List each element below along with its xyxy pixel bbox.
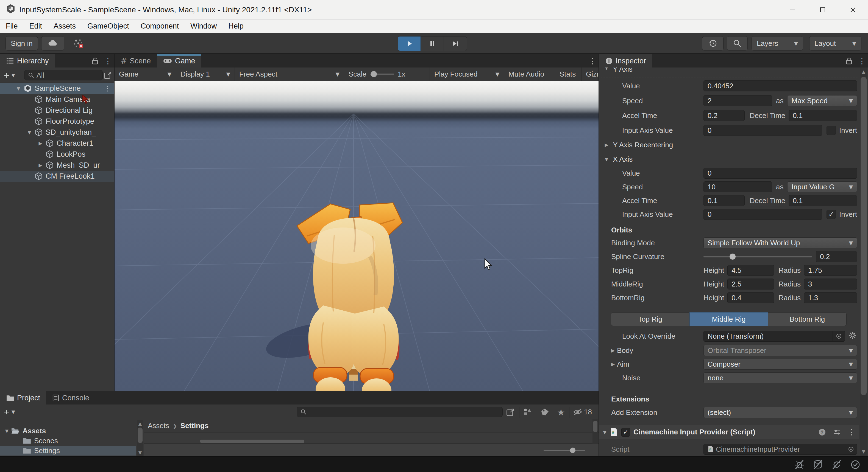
x-input-axis-field[interactable]: 0	[704, 209, 822, 220]
project-horizontal-scrollbar[interactable]	[200, 440, 304, 443]
help-icon[interactable]: ?	[818, 428, 826, 436]
bottomrig-height-field[interactable]: 0.4	[727, 292, 774, 303]
version-control-button[interactable]	[702, 36, 723, 50]
middlerig-radius-field[interactable]: 3	[804, 278, 857, 290]
foldout-caret-icon[interactable]: ▶	[36, 140, 45, 146]
body-dropdown[interactable]: Orbital Transposer ▼	[704, 345, 857, 356]
inspector-scrollbar[interactable]: ▲ ▼	[860, 68, 867, 456]
hierarchy-item-cm-freelook1[interactable]: CM FreeLook1	[0, 171, 114, 182]
tab-inspector[interactable]: Inspector	[599, 54, 652, 68]
foldout-caret-icon[interactable]: ▶	[611, 362, 615, 367]
tab-project[interactable]: Project	[0, 391, 46, 404]
scroll-down-icon[interactable]: ▼	[860, 449, 867, 454]
breadcrumb-current[interactable]: Settings	[181, 422, 209, 430]
x-speed-field[interactable]: 10	[704, 181, 772, 192]
tab-hierarchy[interactable]: Hierarchy	[0, 54, 55, 68]
kebab-icon[interactable]: ⋮	[104, 84, 111, 93]
open-search-window-icon[interactable]	[103, 70, 112, 82]
y-speed-mode-dropdown[interactable]: Max Speed ▼	[787, 95, 857, 106]
project-vertical-scrollbar[interactable]	[592, 419, 598, 444]
menu-assets[interactable]: Assets	[48, 20, 82, 33]
hierarchy-item-samplescene[interactable]: ▼SampleScene⋮	[0, 83, 114, 94]
play-focused-dropdown[interactable]: Play Focused ▼	[430, 68, 504, 81]
scroll-up-icon[interactable]: ▲	[860, 69, 867, 74]
layout-dropdown[interactable]: Layout ▼	[809, 36, 861, 50]
chevron-down-icon[interactable]: ▼	[11, 409, 15, 415]
presets-icon[interactable]	[833, 428, 841, 436]
hidden-count-toggle[interactable]: 18	[572, 407, 592, 416]
y-value-field[interactable]: 0.40452	[704, 80, 857, 91]
foldout-caret-icon[interactable]: ▶	[611, 348, 615, 353]
aspect-dropdown[interactable]: Free Aspect ▼	[235, 68, 344, 81]
menu-file[interactable]: File	[0, 20, 24, 33]
project-folder-settings[interactable]: Settings	[0, 446, 136, 456]
pause-button[interactable]	[421, 36, 444, 51]
hierarchy-item-sd-unitychan-[interactable]: ▼SD_unitychan_	[0, 127, 114, 138]
play-button[interactable]	[398, 36, 421, 51]
project-search-input[interactable]	[297, 407, 503, 417]
noise-dropdown[interactable]: none ▼	[704, 372, 857, 383]
spline-curvature-slider[interactable]	[704, 251, 812, 262]
project-tree-scrollbar[interactable]: ▲ ▼	[137, 420, 144, 457]
kebab-icon[interactable]: ⋮	[848, 428, 856, 437]
add-asset-button[interactable]: +	[4, 407, 9, 416]
menu-window[interactable]: Window	[185, 20, 222, 33]
y-speed-field[interactable]: 2	[704, 95, 772, 106]
tab-top-rig[interactable]: Top Rig	[611, 312, 689, 326]
display-dropdown[interactable]: Display 1 ▼	[176, 68, 235, 81]
y-input-axis-field[interactable]: 0	[704, 125, 822, 136]
mute-audio-button[interactable]: Mute Audio	[504, 68, 555, 81]
collab-button[interactable]	[69, 36, 88, 50]
add-extension-dropdown[interactable]: (select) ▼	[704, 407, 857, 418]
bottomrig-radius-field[interactable]: 1.3	[804, 292, 857, 303]
kebab-icon[interactable]: ⋮	[858, 57, 866, 66]
component-enabled-checkbox[interactable]: ✓	[621, 428, 630, 437]
spline-curvature-field[interactable]: 0.2	[816, 251, 857, 262]
auto-refresh-disabled-icon[interactable]	[831, 459, 842, 470]
hierarchy-item-directional-lig[interactable]: Directional Lig	[0, 105, 114, 116]
hierarchy-item-mesh-sd-ur[interactable]: ▶Mesh_SD_ur	[0, 160, 114, 171]
toprig-radius-field[interactable]: 1.75	[804, 265, 857, 276]
project-folder-assets[interactable]: ▼Assets	[0, 426, 136, 436]
add-object-button[interactable]: +	[4, 70, 9, 80]
kebab-icon[interactable]: ⋮	[104, 57, 112, 66]
game-mode-dropdown[interactable]: Game ▼	[115, 68, 176, 81]
debugger-disabled-icon[interactable]	[794, 459, 805, 470]
stats-button[interactable]: Stats	[555, 68, 582, 81]
y-invert-checkbox[interactable]	[827, 126, 836, 135]
foldout-caret-icon[interactable]: ▶	[36, 163, 45, 168]
hierarchy-item-lookpos[interactable]: LookPos	[0, 149, 114, 160]
maximize-button[interactable]	[808, 0, 838, 20]
y-axis-recentering-foldout[interactable]: ▶ Y Axis Recentering	[599, 138, 859, 152]
search-everywhere-button[interactable]	[727, 36, 748, 50]
script-field[interactable]: # CinemachineInputProvider	[704, 444, 857, 455]
x-invert-checkbox[interactable]	[827, 210, 836, 219]
close-button[interactable]	[838, 0, 868, 20]
tab-bottom-rig[interactable]: Bottom Rig	[768, 312, 846, 326]
binding-mode-dropdown[interactable]: Simple Follow With World Up ▼	[704, 237, 857, 248]
hierarchy-item-character1-[interactable]: ▶Character1_	[0, 138, 114, 149]
compile-ok-icon[interactable]	[850, 459, 861, 470]
scale-control[interactable]: Scale 1x	[344, 68, 430, 81]
middlerig-height-field[interactable]: 2.5	[727, 278, 774, 290]
sign-in-button[interactable]: Sign in	[5, 36, 38, 50]
look-at-override-field[interactable]: None (Transform)	[704, 331, 845, 342]
x-accel-field[interactable]: 0.1	[704, 195, 745, 206]
object-picker-icon[interactable]	[845, 444, 857, 454]
y-axis-foldout[interactable]: ▼ Y Axis	[599, 68, 859, 77]
aim-dropdown[interactable]: Composer ▼	[704, 359, 857, 370]
lock-icon[interactable]	[845, 57, 852, 65]
breadcrumb-root[interactable]: Assets	[148, 422, 169, 430]
x-axis-foldout[interactable]: ▼ X Axis	[599, 152, 859, 166]
foldout-caret-icon[interactable]: ▼	[3, 428, 11, 434]
foldout-caret-icon[interactable]: ▼	[14, 86, 23, 91]
x-speed-mode-dropdown[interactable]: Input Value G ▼	[787, 181, 857, 192]
foldout-caret-icon[interactable]: ▼	[25, 130, 34, 135]
gizmos-dropdown[interactable]: Gizmos	[582, 68, 598, 81]
kebab-icon[interactable]: ⋮	[589, 57, 596, 66]
gear-icon[interactable]	[848, 331, 857, 342]
x-decel-field[interactable]: 0.1	[788, 195, 857, 206]
menu-component[interactable]: Component	[135, 20, 185, 33]
tab-console[interactable]: Console	[46, 391, 95, 404]
menu-gameobject[interactable]: GameObject	[82, 20, 135, 33]
